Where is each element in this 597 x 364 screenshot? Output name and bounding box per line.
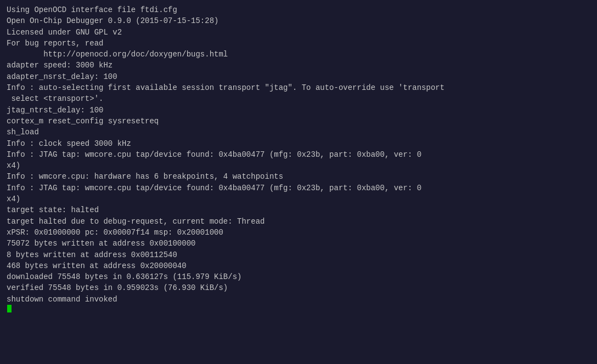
terminal-cursor bbox=[7, 305, 12, 312]
terminal-line: For bug reports, read bbox=[7, 38, 590, 49]
terminal-output: Using OpenOCD interface file ftdi.cfgOpe… bbox=[7, 4, 590, 305]
terminal-line: x4) bbox=[7, 194, 590, 204]
terminal-line: x4) bbox=[7, 160, 590, 171]
terminal-line: Info : clock speed 3000 kHz bbox=[7, 138, 590, 149]
terminal-line: Using OpenOCD interface file ftdi.cfg bbox=[7, 4, 590, 15]
terminal-line: 75072 bytes written at address 0x0010000… bbox=[7, 238, 590, 249]
terminal-line: downloaded 75548 bytes in 0.636127s (115… bbox=[7, 271, 590, 282]
terminal-line: adapter speed: 3000 kHz bbox=[7, 60, 590, 71]
terminal-line: jtag_ntrst_delay: 100 bbox=[7, 105, 590, 116]
terminal-line: cortex_m reset_config sysresetreq bbox=[7, 116, 590, 127]
terminal-line: Info : wmcore.cpu: hardware has 6 breakp… bbox=[7, 171, 590, 182]
terminal-window[interactable]: Using OpenOCD interface file ftdi.cfgOpe… bbox=[0, 0, 597, 364]
terminal-line: Open On-Chip Debugger 0.9.0 (2015-07-15-… bbox=[7, 15, 590, 26]
terminal-line: target halted due to debug-request, curr… bbox=[7, 216, 590, 227]
terminal-line: select <transport>'. bbox=[7, 93, 590, 104]
terminal-line: Info : JTAG tap: wmcore.cpu tap/device f… bbox=[7, 149, 590, 160]
terminal-line: Licensed under GNU GPL v2 bbox=[7, 27, 590, 38]
terminal-line: 468 bytes written at address 0x20000040 bbox=[7, 260, 590, 271]
terminal-line: verified 75548 bytes in 0.959023s (76.93… bbox=[7, 282, 590, 293]
terminal-line: xPSR: 0x01000000 pc: 0x00007f14 msp: 0x2… bbox=[7, 227, 590, 238]
terminal-line: Info : JTAG tap: wmcore.cpu tap/device f… bbox=[7, 183, 590, 194]
terminal-line: 8 bytes written at address 0x00112540 bbox=[7, 249, 590, 260]
terminal-line: target state: halted bbox=[7, 204, 590, 215]
terminal-line: shutdown command invoked bbox=[7, 294, 590, 305]
terminal-line: sh_load bbox=[7, 127, 590, 138]
terminal-line: adapter_nsrst_delay: 100 bbox=[7, 71, 590, 82]
terminal-cursor-line bbox=[7, 305, 590, 312]
terminal-line: http://openocd.org/doc/doxygen/bugs.html bbox=[7, 49, 590, 60]
terminal-line: Info : auto-selecting first available se… bbox=[7, 82, 590, 93]
